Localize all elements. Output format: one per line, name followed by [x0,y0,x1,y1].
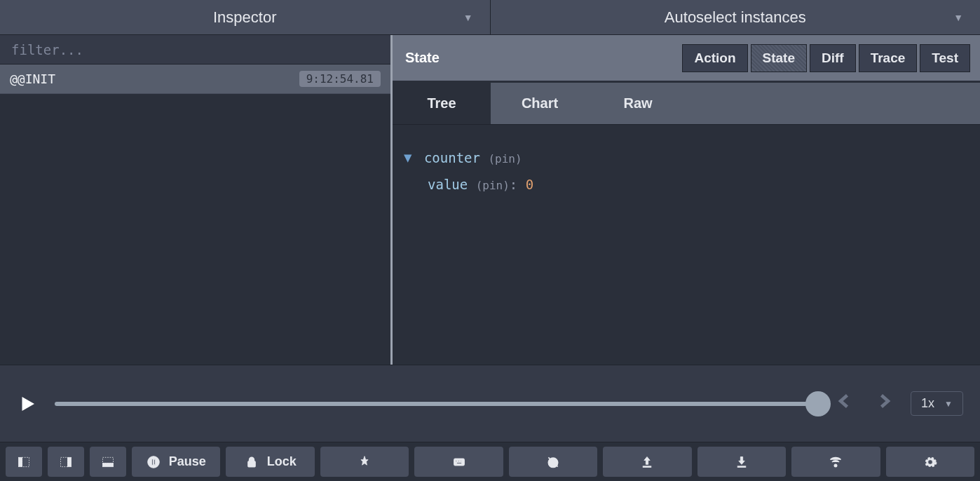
svg-rect-2 [68,457,72,466]
svg-rect-9 [248,461,255,467]
svg-rect-10 [454,459,464,466]
tab-state[interactable]: State [751,44,807,72]
svg-rect-11 [456,460,457,461]
tree-value: 0 [526,177,533,192]
tab-diff[interactable]: Diff [810,44,856,72]
speed-value: 1x [921,396,934,411]
tree-key: value [428,177,468,192]
play-button[interactable] [17,393,38,414]
dock-right-button[interactable] [48,447,84,477]
timeline-thumb[interactable] [805,391,831,416]
lock-label: Lock [267,454,297,469]
settings-button[interactable] [886,447,974,477]
subtabs: Tree Chart Raw [393,83,980,125]
svg-rect-8 [154,459,156,464]
subtab-raw[interactable]: Raw [589,83,687,124]
svg-rect-12 [458,460,459,461]
svg-rect-4 [103,463,114,466]
tree-node[interactable]: ▼ counter (pin) [400,144,973,171]
action-name: @@INIT [10,72,55,86]
svg-point-19 [835,464,837,466]
svg-rect-14 [456,462,461,463]
tab-action[interactable]: Action [682,44,747,72]
tab-trace[interactable]: Trace [859,44,918,72]
timeline-track[interactable] [55,402,818,406]
svg-rect-1 [22,457,29,466]
svg-rect-18 [737,466,746,467]
import-button[interactable] [697,447,786,477]
pause-label: Pause [169,454,206,469]
filter-bar [0,35,390,65]
timeline: 1x ▼ [0,365,980,442]
svg-rect-3 [61,457,68,466]
dock-left-button[interactable] [6,447,42,477]
subtab-tree[interactable]: Tree [393,83,491,124]
export-button[interactable] [603,447,691,477]
svg-point-6 [147,456,159,468]
pin-label[interactable]: (pin) [476,179,510,192]
filter-input[interactable] [11,42,379,57]
dispatcher-button[interactable] [414,447,503,477]
subtab-chart[interactable]: Chart [491,83,589,124]
speed-selector[interactable]: 1x ▼ [911,391,963,416]
instances-label: Autoselect instances [665,8,806,27]
detail-title: State [405,50,440,66]
svg-rect-17 [644,466,652,467]
expand-arrow-icon[interactable]: ▼ [404,144,411,170]
action-row[interactable]: @@INIT 9:12:54.81 [0,65,390,94]
next-action-button[interactable] [874,391,894,416]
pin-label[interactable]: (pin) [488,152,522,165]
pin-button[interactable] [320,447,409,477]
chevron-down-icon: ▼ [944,399,953,409]
dock-bottom-button[interactable] [90,447,126,477]
svg-rect-0 [19,457,22,466]
bottom-toolbar: Pause Lock [0,442,980,481]
tree-key: counter [424,150,480,165]
lock-button[interactable]: Lock [226,447,314,477]
action-list: @@INIT 9:12:54.81 [0,65,390,365]
inspector-dropdown[interactable]: Inspector ▼ [0,0,491,34]
view-tabs: Action State Diff Trace Test [682,44,970,72]
svg-rect-7 [151,459,153,464]
tree-node[interactable]: value (pin): 0 [400,171,973,198]
state-tree: ▼ counter (pin) value (pin): 0 [393,125,980,365]
pause-button[interactable]: Pause [132,447,220,477]
tab-test[interactable]: Test [920,44,970,72]
svg-rect-5 [103,457,114,463]
persist-button[interactable] [509,447,597,477]
instances-dropdown[interactable]: Autoselect instances ▼ [491,0,981,34]
chevron-down-icon: ▼ [953,12,963,23]
action-timestamp: 9:12:54.81 [299,71,381,87]
remote-button[interactable] [791,447,880,477]
prev-action-button[interactable] [835,391,855,416]
svg-rect-13 [460,460,461,461]
chevron-down-icon: ▼ [463,12,473,23]
inspector-label: Inspector [213,8,277,27]
